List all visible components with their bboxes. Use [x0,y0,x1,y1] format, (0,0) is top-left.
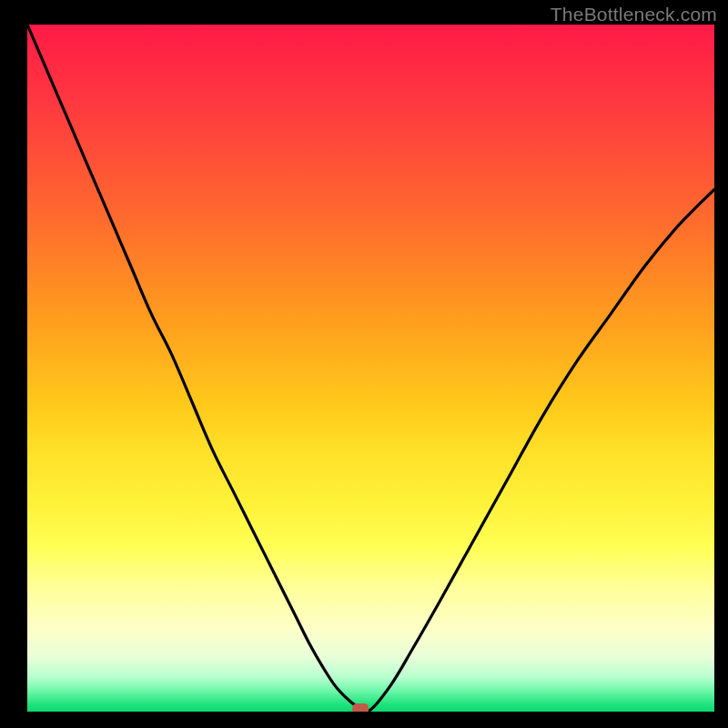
chart-frame [14,25,714,725]
minimum-marker [352,703,369,712]
bottleneck-curve [27,25,714,712]
watermark-text: TheBottleneck.com [551,4,717,25]
plot-area [27,25,714,712]
curve-layer [27,25,714,712]
